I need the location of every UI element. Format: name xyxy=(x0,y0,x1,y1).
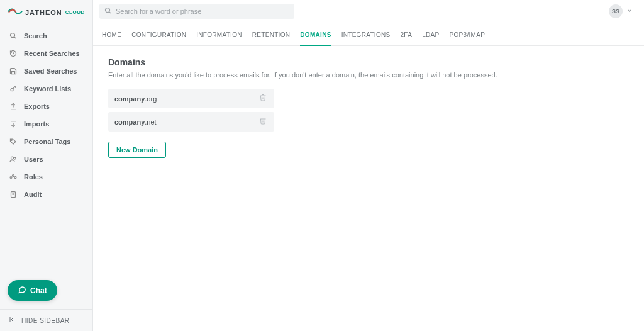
brand-suffix: CLOUD xyxy=(65,9,85,15)
save-icon xyxy=(9,67,18,75)
tab-domains[interactable]: DOMAINS xyxy=(300,28,331,46)
hide-sidebar-label: HIDE SIDEBAR xyxy=(21,317,70,324)
search-input[interactable] xyxy=(116,8,289,15)
sidebar-item-label: Roles xyxy=(24,173,43,181)
sidebar-item-imports[interactable]: Imports xyxy=(0,115,92,133)
sidebar-item-label: Recent Searches xyxy=(24,50,80,57)
sidebar-item-recent[interactable]: Recent Searches xyxy=(0,45,92,62)
key-icon xyxy=(9,85,18,93)
user-menu[interactable]: SS xyxy=(609,4,633,18)
tab-pop3imap[interactable]: POP3/IMAP xyxy=(450,28,486,45)
avatar: SS xyxy=(609,4,623,18)
search-icon xyxy=(9,32,18,40)
svg-point-5 xyxy=(14,157,16,159)
sidebar-item-audit[interactable]: Audit xyxy=(0,186,92,203)
new-domain-button[interactable]: New Domain xyxy=(108,142,166,158)
collapse-icon xyxy=(9,316,16,325)
page-title: Domains xyxy=(108,57,629,67)
svg-point-8 xyxy=(14,177,16,179)
sidebar-item-exports[interactable]: Exports xyxy=(0,98,92,115)
tab-information[interactable]: INFORMATION xyxy=(196,28,242,45)
svg-line-14 xyxy=(109,11,111,13)
sidebar-item-label: Search xyxy=(24,32,47,40)
domain-bold: company xyxy=(114,95,145,103)
tag-icon xyxy=(9,138,18,145)
sidebar-item-label: Users xyxy=(24,155,43,163)
tabs: HOME CONFIGURATION INFORMATION RETENTION… xyxy=(93,21,644,46)
tab-configuration[interactable]: CONFIGURATION xyxy=(131,28,186,45)
svg-point-6 xyxy=(13,175,14,177)
sidebar: JATHEON CLOUD Search Recent Searches Sav… xyxy=(0,0,93,331)
sidebar-item-label: Exports xyxy=(24,103,50,110)
domain-rest: .org xyxy=(145,95,157,103)
audit-icon xyxy=(9,191,18,198)
sidebar-item-label: Keyword Lists xyxy=(24,85,71,93)
svg-point-4 xyxy=(11,157,14,159)
svg-point-2 xyxy=(11,89,13,91)
hide-sidebar-button[interactable]: HIDE SIDEBAR xyxy=(0,309,92,331)
svg-point-13 xyxy=(106,8,110,12)
brand-name: JATHEON xyxy=(25,9,62,16)
chat-label: Chat xyxy=(30,286,47,295)
sidebar-item-label: Audit xyxy=(24,191,42,198)
topbar: SS xyxy=(93,0,644,21)
download-icon xyxy=(9,120,18,128)
tab-integrations[interactable]: INTEGRATIONS xyxy=(341,28,391,45)
sidebar-item-label: Saved Searches xyxy=(24,67,77,75)
tab-retention[interactable]: RETENTION xyxy=(252,28,290,45)
brand-logo: JATHEON CLOUD xyxy=(0,0,92,27)
svg-point-0 xyxy=(11,33,15,38)
domain-row: company.net xyxy=(108,112,274,132)
global-search[interactable] xyxy=(99,4,294,19)
trash-icon xyxy=(259,94,267,103)
sidebar-item-tags[interactable]: Personal Tags xyxy=(0,133,92,150)
page-description: Enter all the domains you'd like to proc… xyxy=(108,71,629,79)
delete-domain-button[interactable] xyxy=(258,116,268,128)
sidebar-item-saved[interactable]: Saved Searches xyxy=(0,62,92,80)
delete-domain-button[interactable] xyxy=(258,93,268,104)
domain-name: company.org xyxy=(114,95,258,103)
trash-icon xyxy=(259,117,267,126)
chat-icon xyxy=(18,285,26,296)
svg-point-7 xyxy=(10,177,12,179)
domain-name: company.net xyxy=(114,118,258,126)
sidebar-item-label: Imports xyxy=(24,120,49,128)
sidebar-item-search[interactable]: Search xyxy=(0,27,92,45)
domain-row: company.org xyxy=(108,89,274,108)
svg-line-1 xyxy=(14,37,16,39)
users-icon xyxy=(9,155,18,163)
domain-rest: .net xyxy=(145,118,156,126)
tab-ldap[interactable]: LDAP xyxy=(422,28,439,45)
search-icon xyxy=(104,7,112,16)
sidebar-nav: Search Recent Searches Saved Searches Ke… xyxy=(0,27,92,203)
main-area: SS HOME CONFIGURATION INFORMATION RETENT… xyxy=(93,0,644,331)
sidebar-item-keywords[interactable]: Keyword Lists xyxy=(0,80,92,98)
history-icon xyxy=(9,50,18,57)
content: Domains Enter all the domains you'd like… xyxy=(93,46,644,169)
sidebar-item-users[interactable]: Users xyxy=(0,150,92,168)
logo-icon xyxy=(8,6,23,18)
tab-2fa[interactable]: 2FA xyxy=(401,28,413,45)
chevron-down-icon xyxy=(626,7,633,16)
domain-bold: company xyxy=(114,118,145,126)
sidebar-item-label: Personal Tags xyxy=(24,138,70,145)
chat-button[interactable]: Chat xyxy=(8,280,57,301)
svg-point-3 xyxy=(11,140,13,141)
roles-icon xyxy=(9,173,18,181)
upload-icon xyxy=(9,103,18,110)
tab-home[interactable]: HOME xyxy=(102,28,121,45)
sidebar-item-roles[interactable]: Roles xyxy=(0,168,92,186)
